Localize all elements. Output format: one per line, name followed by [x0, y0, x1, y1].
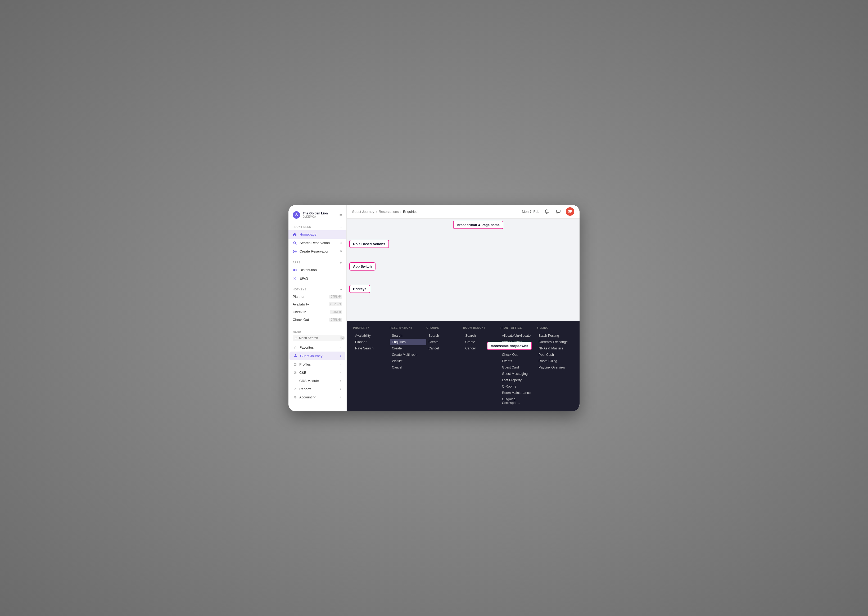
- notifications-button[interactable]: [543, 207, 551, 216]
- apps-label: APPS: [293, 261, 300, 264]
- candb-label: C&B: [299, 371, 306, 375]
- dropdown-item-create-multiroom[interactable]: Create Multi-room: [390, 352, 427, 358]
- epos-label: EPoS: [300, 277, 308, 280]
- dropdown-item-currency-exchange[interactable]: Currency Exchange: [537, 339, 573, 345]
- dropdown-item-groups-create[interactable]: Create: [426, 339, 463, 345]
- create-reservation-label: Create Reservation: [300, 249, 329, 253]
- dropdown-item-availability[interactable]: Availability: [353, 333, 390, 339]
- dropdown-item-room-maintenance[interactable]: Room Maintenance: [500, 390, 537, 396]
- guest-journey-chevron-icon: ›: [340, 354, 341, 357]
- dropdown-col-property: PROPERTY Availability Planner Rate Searc…: [353, 327, 390, 406]
- dropdown-item-post-cash[interactable]: Post Cash: [537, 352, 573, 358]
- dropdown-col-billing: BILLING Batch Posting Currency Exchange …: [537, 327, 573, 406]
- epos-icon: [293, 277, 297, 281]
- profiles-chevron-icon: ›: [340, 363, 341, 366]
- sidebar-item-create-reservation[interactable]: Create Reservation R: [289, 247, 347, 256]
- checkin-shortcut: CTRL+I: [330, 310, 342, 314]
- sidebar-item-search-reservation[interactable]: Search Reservation S: [289, 239, 347, 247]
- nav-profiles[interactable]: ⊡ Profiles ›: [289, 360, 345, 368]
- dropdown-item-outgoing[interactable]: Outgoing Correspon...: [500, 396, 537, 406]
- create-reservation-shortcut: R: [340, 250, 342, 253]
- availability-shortcut: CTRL+O: [329, 302, 342, 306]
- front-desk-action-icon[interactable]: ⋯: [339, 225, 342, 229]
- distribution-icon: [293, 268, 297, 272]
- plus-circle-icon: [293, 249, 297, 254]
- sidebar-item-homepage[interactable]: Homepage: [289, 230, 347, 239]
- dropdown-item-room-billing[interactable]: Room Billing: [537, 358, 573, 364]
- apps-toggle-icon[interactable]: ∨: [339, 261, 342, 265]
- reservations-col-header: RESERVATIONS: [390, 327, 427, 329]
- distribution-label: Distribution: [300, 268, 317, 272]
- dropdown-item-create[interactable]: Create: [390, 345, 427, 352]
- nav-reports[interactable]: ↗ Reports ›: [289, 385, 345, 393]
- svg-rect-9: [557, 210, 560, 212]
- nav-guest-journey[interactable]: Guest Journey ›: [289, 352, 345, 360]
- favorites-chevron-icon: ›: [340, 346, 341, 349]
- annotation-breadcrumb: Breadcrumb & Page name: [453, 221, 503, 229]
- sidebar-item-distribution[interactable]: Distribution: [289, 266, 347, 274]
- menu-search-box[interactable]: ⊞ M: [293, 335, 342, 341]
- property-name: The Golden Lion: [303, 212, 337, 215]
- svg-point-0: [296, 214, 297, 215]
- dropdown-item-planner[interactable]: Planner: [353, 339, 390, 345]
- page-header: Guest Journey › Reservations › Enquiries…: [347, 205, 579, 218]
- nav-favorites[interactable]: ☆ Favorites ›: [289, 343, 345, 352]
- dropdown-item-res-search[interactable]: Search: [390, 333, 427, 339]
- user-avatar[interactable]: SP: [566, 207, 574, 216]
- nav-accounting[interactable]: ⊕ Accounting ›: [289, 393, 345, 401]
- dropdown-item-rb-search[interactable]: Search: [463, 333, 500, 339]
- header-date: Mon 7. Feb: [522, 210, 539, 214]
- reports-label: Reports: [299, 387, 311, 391]
- planner-label: Planner: [293, 295, 305, 299]
- dropdown-item-waitlist[interactable]: Waitlist: [390, 358, 427, 364]
- dropdown-item-paylink[interactable]: PayLink Overview: [537, 364, 573, 371]
- annotation-app-switch: App Switch: [349, 262, 375, 270]
- dropdown-item-groups-search[interactable]: Search: [426, 333, 463, 339]
- main-content: Guest Journey › Reservations › Enquiries…: [347, 205, 579, 412]
- dropdown-item-events[interactable]: Events: [500, 358, 537, 364]
- dropdown-item-allocate[interactable]: Allocate/UnAllocate: [500, 333, 537, 339]
- billing-col-header: BILLING: [537, 327, 573, 329]
- reports-icon: ↗: [294, 387, 297, 391]
- hotkeys-label-head: HOTKEYS: [293, 288, 306, 291]
- dropdown-item-groups-cancel[interactable]: Cancel: [426, 345, 463, 352]
- dropdown-col-reservations: RESERVATIONS Search Enquiries Create Cre…: [390, 327, 427, 406]
- messages-button[interactable]: [554, 207, 563, 216]
- front-desk-label: FRONT DESK: [293, 226, 311, 228]
- sidebar-item-epos[interactable]: EPoS: [289, 274, 347, 283]
- hotkeys-action-icon[interactable]: ⋯: [339, 288, 342, 292]
- dropdown-item-guest-card[interactable]: Guest Card: [500, 364, 537, 371]
- dropdown-item-nras[interactable]: NRAs & Masters: [537, 345, 573, 352]
- checkout-shortcut: CTRL+B: [329, 317, 342, 322]
- dropdown-item-q-rooms[interactable]: Q-Rooms: [500, 383, 537, 390]
- property-col-header: PROPERTY: [353, 327, 390, 329]
- sidebar-logo[interactable]: The Golden Lion GLDEMOA ⇄: [289, 209, 347, 223]
- dropdown-item-lost-property[interactable]: Lost Property: [500, 377, 537, 383]
- dropdown-item-guest-messaging[interactable]: Guest Messaging: [500, 371, 537, 377]
- svg-point-1: [294, 242, 296, 244]
- svg-point-8: [295, 354, 297, 355]
- dropdown-item-check-out[interactable]: Check Out: [500, 352, 537, 358]
- availability-label: Availability: [293, 302, 309, 306]
- breadcrumb-sep-1: ›: [376, 210, 377, 214]
- hotkey-checkout[interactable]: Check Out CTRL+B: [289, 316, 347, 324]
- dropdown-item-enquiries[interactable]: Enquiries: [390, 339, 427, 345]
- front-desk-section-header: FRONT DESK ⋯: [289, 223, 347, 230]
- nav-candb[interactable]: ⊠ C&B ›: [289, 368, 345, 377]
- search-reservation-label: Search Reservation: [300, 241, 330, 245]
- menu-search-shortcut: M: [340, 336, 345, 339]
- hotkeys-section-header: HOTKEYS ⋯: [289, 285, 347, 293]
- device-frame: The Golden Lion GLDEMOA ⇄ FRONT DESK ⋯ H…: [289, 205, 579, 412]
- dropdown-item-batch-posting[interactable]: Batch Posting: [537, 333, 573, 339]
- dropdown-item-rate-search[interactable]: Rate Search: [353, 345, 390, 352]
- property-code: GLDEMOA: [303, 215, 337, 218]
- svg-point-6: [293, 269, 294, 270]
- dropdown-item-cancel[interactable]: Cancel: [390, 364, 427, 371]
- hotkey-planner[interactable]: Planner CTRL+P: [289, 293, 347, 300]
- menu-search-input[interactable]: [299, 336, 339, 340]
- guest-journey-icon: [294, 354, 297, 358]
- hotkey-availability[interactable]: Availability CTRL+O: [289, 300, 347, 308]
- dropdown-col-room-blocks: ROOM BLOCKS Search Create Cancel: [463, 327, 500, 406]
- hotkey-checkin[interactable]: Check In CTRL+I: [289, 308, 347, 316]
- nav-crs[interactable]: ⊹ CRS Module ›: [289, 377, 345, 385]
